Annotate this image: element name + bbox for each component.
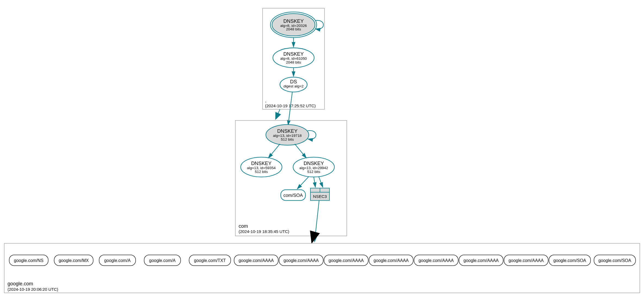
root-zsk-title: DNSKEY [283, 51, 304, 57]
google-zone-timestamp: (2024-10-19 20:06:20 UTC) [8, 287, 58, 292]
rrset-label: google.com/AAAA [329, 258, 364, 263]
rrset-label: google.com/A [104, 258, 131, 263]
root-ksk-title: DNSKEY [283, 18, 304, 24]
rrset-label: google.com/AAAA [373, 258, 409, 263]
com-zone-label: com [239, 223, 248, 229]
rrset-label: google.com/AAAA [464, 258, 499, 263]
root-zsk-node: DNSKEY alg=8, id=61050 2048 bits [273, 48, 314, 68]
com-zsk2-node: DNSKEY alg=13, id=29942 512 bits [293, 157, 334, 177]
google-zone-label: google.com [8, 281, 33, 286]
rrset-label: google.com/MX [59, 258, 89, 263]
rrset-label: google.com/A [149, 258, 176, 263]
rrset-row: google.com/NSgoogle.com/MXgoogle.com/Ago… [9, 255, 636, 266]
rrset-label: google.com/NS [14, 258, 43, 263]
edge-comksk-zsk1 [268, 144, 280, 158]
edge-nsec3-google [315, 200, 319, 242]
com-zsk1-node: DNSKEY alg=13, id=59354 512 bits [241, 157, 282, 177]
com-soa-node: com/SOA [281, 190, 306, 201]
rrset-label: google.com/AAAA [284, 258, 319, 263]
root-ksk-node: DNSKEY alg=8, id=20326 2048 bits [271, 12, 317, 37]
edge-comksk-zsk2 [295, 144, 306, 158]
svg-rect-13 [4, 243, 640, 293]
com-ksk-title: DNSKEY [277, 128, 297, 134]
com-zsk2-title: DNSKEY [304, 160, 324, 166]
com-soa-label: com/SOA [283, 193, 303, 198]
root-zone-label: . [265, 98, 266, 103]
rrset-label: google.com/AAAA [419, 258, 454, 263]
rrset-label: google.com/TXT [194, 258, 226, 263]
dnssec-graph: DNSKEY alg=8, id=20326 2048 bits DNSKEY … [0, 0, 644, 297]
root-ksk-bits: 2048 bits [286, 27, 301, 31]
com-ksk-bits: 512 bits [281, 137, 294, 141]
edge-zsk2-soa [297, 176, 309, 189]
edge-com-google-zone [312, 236, 314, 242]
edge-ds-comksk [288, 92, 292, 125]
rrset-label: google.com/AAAA [238, 258, 274, 263]
com-zone-timestamp: (2024-10-19 18:35:45 UTC) [239, 229, 290, 234]
rrset-label: google.com/SOA [554, 258, 586, 263]
rrset-label: google.com/AAAA [508, 258, 544, 263]
root-zsk-bits: 2048 bits [286, 60, 301, 64]
com-ksk-node: DNSKEY alg=13, id=19718 512 bits [266, 125, 309, 145]
com-zone: DNSKEY alg=13, id=19718 512 bits DNSKEY … [235, 121, 347, 236]
com-zsk1-title: DNSKEY [251, 160, 272, 166]
com-nsec3-label: NSEC3 [313, 194, 327, 199]
edge-root-com-zone [276, 109, 280, 119]
com-zsk1-bits: 512 bits [255, 170, 268, 174]
google-zone: google.com/NSgoogle.com/MXgoogle.com/Ago… [4, 243, 640, 293]
edge-zsk2-nsec3a [314, 177, 315, 187]
root-ds-digest: digest alg=2 [284, 84, 304, 88]
edge-zsk2-nsec3b [319, 176, 323, 187]
rrset-label: google.com/SOA [598, 258, 631, 263]
root-zone: DNSKEY alg=8, id=20326 2048 bits DNSKEY … [263, 8, 325, 109]
root-ds-node: DS digest alg=2 [280, 77, 307, 92]
com-zsk2-bits: 512 bits [307, 170, 320, 174]
root-ds-title: DS [290, 79, 297, 84]
com-nsec3-node: NSEC3 [310, 188, 329, 201]
